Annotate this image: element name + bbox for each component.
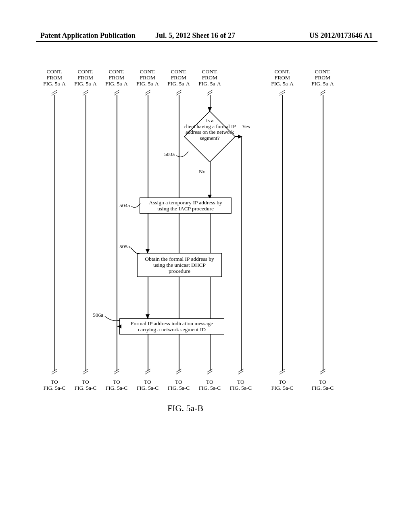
step-506a: Formal IP address indication messagecarr…	[119, 318, 224, 335]
figure-canvas: CONT.FROMFIG. 5a-A CONT.FROMFIG. 5a-A CO…	[0, 69, 413, 492]
break-icon	[238, 371, 244, 375]
cont-from-label: CONT.FROMFIG. 5a-A	[269, 69, 295, 87]
step-505a: Obtain the formal IP address byusing the…	[137, 253, 222, 277]
to-label: TOFIG. 5a-C	[104, 379, 129, 391]
cont-from-label: CONT.FROMFIG. 5a-A	[42, 69, 67, 87]
to-label: TOFIG. 5a-C	[42, 379, 67, 391]
header-rule	[36, 41, 378, 42]
lane-line	[282, 95, 283, 373]
lane-line	[179, 95, 179, 197]
ref-504a: 504a	[119, 202, 130, 209]
lane-line	[179, 277, 179, 318]
header-left: Patent Application Publication	[40, 31, 136, 40]
arrow-left-icon	[117, 324, 121, 328]
lane-line	[210, 162, 211, 195]
cont-from-label: CONT.FROMFIG. 5a-A	[166, 69, 192, 87]
lane-line	[148, 277, 148, 318]
break-icon	[320, 371, 325, 375]
lane-line	[179, 335, 179, 373]
cont-from-label: CONT.FROMFIG. 5a-A	[135, 69, 161, 87]
lane-line	[210, 335, 211, 373]
to-label: TOFIG. 5a-C	[73, 379, 98, 391]
break-icon	[207, 371, 213, 375]
decision-503a: Is a client having a formal IP address o…	[184, 111, 235, 162]
to-label: TOFIG. 5a-C	[228, 379, 254, 391]
to-label: TOFIG. 5a-C	[269, 379, 295, 391]
cont-from-label: CONT.FROMFIG. 5a-A	[104, 69, 129, 87]
break-icon	[145, 371, 150, 375]
lane-line	[148, 214, 148, 249]
break-icon	[83, 371, 88, 375]
to-label: TOFIG. 5a-C	[135, 379, 161, 391]
arrow-right-icon	[238, 135, 242, 139]
cont-from-label: CONT.FROMFIG. 5a-A	[197, 69, 223, 87]
cont-from-label: CONT.FROMFIG. 5a-A	[73, 69, 98, 87]
header-mid: Jul. 5, 2012 Sheet 16 of 27	[155, 31, 235, 40]
lane-line	[179, 214, 179, 253]
break-icon	[52, 371, 57, 375]
edge-label-yes: Yes	[242, 123, 250, 130]
lane-line	[148, 335, 148, 373]
ref-506a: 506a	[93, 312, 103, 318]
lane-line	[86, 95, 86, 373]
break-icon	[176, 371, 181, 375]
lane-line	[241, 136, 242, 373]
header-right: US 2012/0173646 A1	[309, 31, 373, 40]
lane-line	[148, 95, 148, 197]
edge-label-no: No	[199, 168, 206, 175]
break-icon	[280, 371, 285, 375]
lane-line	[323, 95, 323, 373]
break-icon	[114, 371, 119, 375]
to-label: TOFIG. 5a-C	[166, 379, 192, 391]
lane-line	[117, 95, 117, 373]
cont-from-label: CONT.FROMFIG. 5a-A	[310, 69, 336, 87]
ref-505a: 505a	[119, 243, 130, 250]
step-504a: Assign a temporary IP address byusing th…	[140, 197, 232, 214]
to-label: TOFIG. 5a-C	[197, 379, 223, 391]
arrow-down-icon	[146, 314, 150, 319]
to-label: TOFIG. 5a-C	[310, 379, 336, 391]
ref-503a: 503a	[164, 151, 175, 158]
lane-line	[54, 95, 55, 373]
figure-caption: FIG. 5a-B	[167, 403, 203, 414]
